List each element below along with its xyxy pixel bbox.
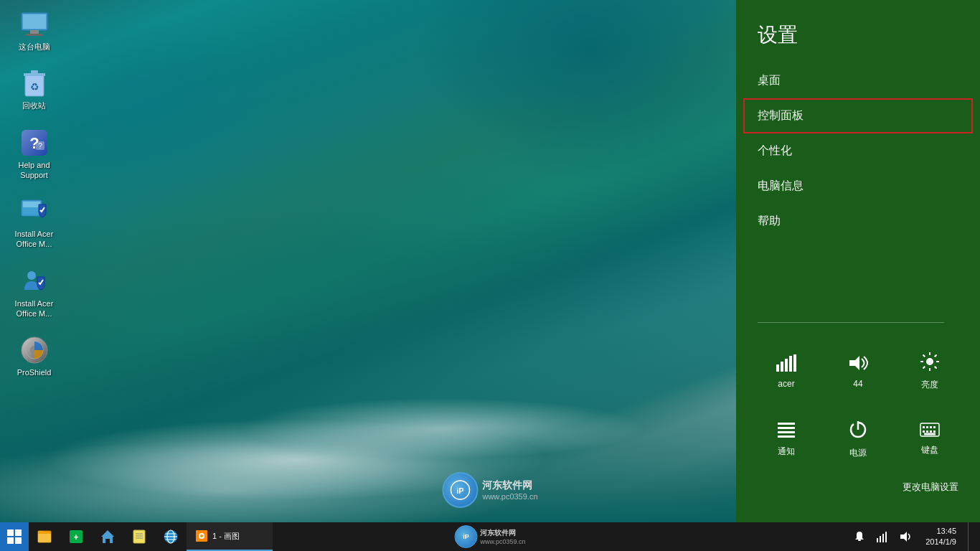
svg-rect-47 [933,430,936,433]
svg-marker-60 [101,530,114,543]
svg-rect-41 [926,426,928,428]
settings-item-help[interactable]: 帮助 [736,204,980,239]
taskbar-watermark-text: 河东软件网 www.pc0359.cn [480,528,525,545]
svg-rect-75 [880,536,881,542]
taskbar-system-icons: + [29,522,187,551]
tray-notifications[interactable] [851,531,868,542]
taskbar-tray: 13:45 2014/1/9 [845,522,980,551]
svg-rect-53 [7,537,14,544]
settings-brightness-btn[interactable]: 亮度 [894,344,966,398]
tray-network[interactable] [874,531,891,542]
svg-line-33 [923,367,925,369]
svg-point-25 [926,358,933,365]
settings-panel: 设置 桌面 控制面板 个性化 电脑信息 帮助 acer [736,0,980,522]
taskbar-home-icon[interactable] [92,522,123,551]
keyboard-label: 键盘 [921,444,938,456]
svg-rect-44 [923,430,925,433]
svg-text:♻: ♻ [29,81,39,93]
settings-item-control-panel[interactable]: 控制面板 [743,98,973,133]
brightness-label: 亮度 [921,379,938,391]
svg-rect-48 [924,433,936,435]
svg-rect-19 [776,364,779,372]
settings-divider [758,322,944,323]
settings-item-personalize[interactable]: 个性化 [736,133,980,169]
svg-rect-6 [31,70,38,73]
svg-marker-78 [900,532,907,542]
settings-item-desktop[interactable]: 桌面 [736,63,980,98]
taskbar-notes-icon[interactable] [123,522,155,551]
svg-rect-37 [778,435,795,438]
settings-icons-row-2: 通知 电源 [736,405,980,474]
taskbar: + [0,522,980,551]
taskbar-store-icon[interactable]: + [60,522,92,551]
settings-bottom: acer 44 [736,308,980,508]
svg-rect-74 [877,538,878,542]
taskbar-center-watermark: iP 河东软件网 www.pc0359.cn [454,525,525,548]
keyboard-icon [920,423,940,440]
svg-rect-61 [133,530,145,543]
settings-volume-btn[interactable]: 44 [822,344,894,398]
settings-menu: 桌面 控制面板 个性化 电脑信息 帮助 [736,63,980,239]
svg-rect-42 [930,426,932,428]
volume-label: 44 [853,379,862,389]
settings-power-btn[interactable]: 电源 [822,413,894,466]
network-icon [776,354,796,375]
notifications-label: 通知 [778,446,795,458]
tray-volume[interactable] [897,531,914,542]
settings-item-pc-info[interactable]: 电脑信息 [736,169,980,204]
svg-rect-23 [793,354,796,372]
svg-rect-2 [30,30,39,34]
svg-point-15 [27,271,36,280]
taskbar-paint-app[interactable]: 1 - 画图 [187,522,273,551]
svg-rect-52 [15,529,22,536]
tray-show-desktop[interactable] [968,522,974,551]
proshield-icon[interactable]: ProShield [7,333,61,380]
tray-time: 13:45 [925,526,956,537]
proshield-label: ProShield [17,367,52,377]
install-acer-1-icon[interactable]: Install Acer Office M... [7,194,61,253]
settings-icons-row-1: acer 44 [736,337,980,405]
power-icon [848,420,868,443]
svg-line-30 [923,355,925,357]
settings-network-btn[interactable]: acer [750,344,822,398]
svg-text:+: + [73,532,78,542]
network-label: acer [778,379,794,389]
desktop-icons-area: 这台电脑 ♻ 回收站 ? [0,0,68,400]
svg-line-32 [935,355,937,357]
settings-notifications-btn[interactable]: 通知 [750,413,822,466]
svg-marker-24 [849,356,859,370]
svg-rect-1 [23,14,46,29]
svg-rect-57 [38,531,44,534]
install-acer-1-icon-img [20,197,49,226]
install-acer-1-label: Install Acer Office M... [15,229,54,250]
svg-rect-54 [15,537,22,544]
start-button[interactable] [0,522,29,551]
svg-rect-46 [930,430,932,433]
desktop-background [0,0,739,522]
svg-point-72 [200,534,203,537]
recycle-bin-icon-img: ♻ [20,69,49,98]
settings-keyboard-btn[interactable]: 键盘 [894,413,966,466]
svg-rect-76 [882,534,884,542]
help-support-label: Help and Support [18,160,50,181]
volume-icon [848,354,868,375]
this-pc-icon-img [20,10,49,39]
tray-clock[interactable]: 13:45 2014/1/9 [920,526,962,548]
help-support-icon-img: ? ? [20,128,49,157]
taskbar-ie-icon[interactable] [155,522,187,551]
svg-line-31 [935,367,937,369]
svg-rect-51 [7,529,14,536]
svg-text:?: ? [38,142,42,150]
svg-rect-3 [26,34,43,36]
recycle-bin-icon[interactable]: ♻ 回收站 [7,66,61,113]
svg-rect-20 [781,362,783,372]
settings-more-btn[interactable]: 更改电脑设置 [736,474,980,501]
help-support-icon[interactable]: ? ? Help and Support [7,126,61,184]
svg-rect-40 [923,426,925,428]
taskbar-explorer-icon[interactable] [29,522,60,551]
install-acer-2-icon[interactable]: Install Acer Office M... [7,264,61,322]
svg-rect-21 [785,359,788,372]
install-acer-2-icon-img [20,267,49,296]
power-label: 电源 [849,447,867,459]
this-pc-icon[interactable]: 这台电脑 [7,7,61,55]
